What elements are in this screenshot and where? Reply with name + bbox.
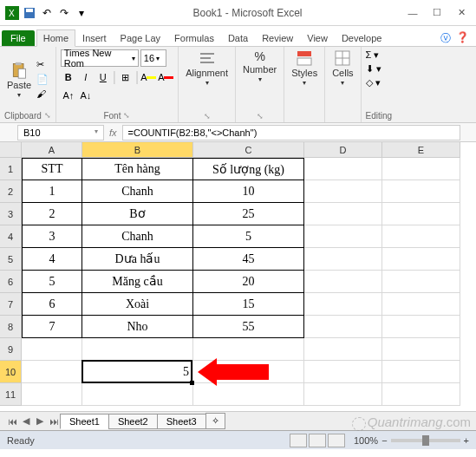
border-button[interactable]: ⊞: [118, 69, 134, 85]
tab-home[interactable]: Home: [36, 29, 75, 47]
cell[interactable]: [22, 383, 82, 406]
row-header[interactable]: 8: [0, 316, 22, 338]
redo-icon[interactable]: ↷: [57, 6, 71, 20]
cell[interactable]: [304, 271, 382, 293]
cell[interactable]: [304, 203, 382, 225]
row-header[interactable]: 4: [0, 225, 22, 248]
zoom-slider[interactable]: [391, 439, 460, 442]
cell[interactable]: 2: [22, 203, 82, 225]
cell[interactable]: 7: [22, 316, 82, 338]
close-button[interactable]: ✕: [450, 4, 473, 22]
cell[interactable]: 4: [22, 248, 82, 271]
cell[interactable]: 10: [193, 180, 304, 203]
cell[interactable]: Nho: [82, 316, 193, 338]
alignment-button[interactable]: Alignment▾: [183, 49, 231, 87]
row-header[interactable]: 10: [0, 361, 22, 383]
cell[interactable]: [304, 383, 382, 406]
new-sheet-button[interactable]: ✧: [205, 413, 225, 429]
row-header[interactable]: 6: [0, 271, 22, 293]
help-icon[interactable]: ❓: [456, 31, 469, 46]
col-header-b[interactable]: B: [82, 142, 193, 158]
fill-color-button[interactable]: A: [140, 69, 156, 85]
save-icon[interactable]: [23, 6, 36, 20]
paste-button[interactable]: Paste ▾: [4, 62, 34, 99]
cell[interactable]: [304, 338, 382, 361]
name-box[interactable]: B10▾: [17, 125, 104, 140]
cell[interactable]: 25: [193, 203, 304, 225]
cell[interactable]: 45: [193, 248, 304, 271]
cell[interactable]: [82, 383, 193, 406]
cell[interactable]: [382, 271, 460, 293]
cell[interactable]: 5: [193, 225, 304, 248]
cell[interactable]: Xoài: [82, 293, 193, 316]
page-break-view-button[interactable]: [328, 434, 345, 447]
cell[interactable]: 3: [22, 225, 82, 248]
row-header[interactable]: 1: [0, 158, 22, 180]
worksheet[interactable]: A B C D E 1 2 3 4 5 6 7 8 9 10 11 STTTên…: [0, 142, 476, 411]
launcher-icon[interactable]: ⤡: [257, 112, 264, 121]
sheet-tab-1[interactable]: Sheet1: [60, 414, 109, 429]
cell[interactable]: [382, 248, 460, 271]
cell[interactable]: [304, 361, 382, 383]
clear-button[interactable]: ◇ ▾: [366, 77, 381, 88]
cell[interactable]: [304, 180, 382, 203]
increase-font-icon[interactable]: A↑: [61, 88, 76, 103]
cell[interactable]: [304, 158, 382, 180]
cell[interactable]: 15: [193, 293, 304, 316]
undo-icon[interactable]: ↶: [40, 6, 54, 20]
cell[interactable]: [304, 293, 382, 316]
row-header[interactable]: 5: [0, 248, 22, 271]
select-all-corner[interactable]: [0, 142, 22, 158]
cell[interactable]: [304, 316, 382, 338]
underline-button[interactable]: U: [95, 69, 111, 85]
cell[interactable]: [382, 361, 460, 383]
formula-bar[interactable]: =COUNTIF(B2:B8,"<>Chanh"): [122, 125, 460, 140]
cell[interactable]: 1: [22, 180, 82, 203]
cell[interactable]: [22, 361, 82, 383]
tab-view[interactable]: View: [300, 29, 335, 46]
cell-b10[interactable]: 5: [82, 361, 193, 383]
cut-icon[interactable]: ✂: [36, 59, 50, 71]
zoom-in-button[interactable]: +: [464, 435, 469, 446]
cell[interactable]: [82, 338, 193, 361]
row-header[interactable]: 9: [0, 338, 22, 361]
fill-button[interactable]: ⬇ ▾: [366, 63, 381, 75]
col-header-e[interactable]: E: [382, 142, 460, 158]
cell[interactable]: STT: [22, 158, 82, 180]
row-header[interactable]: 3: [0, 203, 22, 225]
font-name-select[interactable]: Times New Rom ▾: [61, 49, 139, 67]
minimize-button[interactable]: —: [401, 4, 424, 22]
number-button[interactable]: % Number▾: [240, 49, 279, 83]
cell[interactable]: Tên hàng: [82, 158, 193, 180]
zoom-out-button[interactable]: −: [381, 435, 387, 446]
fill-handle[interactable]: [190, 381, 194, 385]
cell[interactable]: [382, 316, 460, 338]
cell[interactable]: [22, 338, 82, 361]
cell[interactable]: [382, 158, 460, 180]
first-sheet-icon[interactable]: ⏮: [5, 415, 19, 428]
maximize-button[interactable]: ☐: [426, 4, 448, 22]
cell[interactable]: 5: [22, 271, 82, 293]
cell[interactable]: 55: [193, 316, 304, 338]
cells-button[interactable]: Cells▾: [329, 49, 355, 87]
font-size-select[interactable]: 16 ▾: [140, 49, 166, 67]
page-layout-view-button[interactable]: [309, 434, 326, 447]
tab-data[interactable]: Data: [221, 29, 255, 46]
sheet-tab-3[interactable]: Sheet3: [157, 414, 206, 429]
italic-button[interactable]: I: [78, 69, 94, 85]
col-header-d[interactable]: D: [304, 142, 382, 158]
row-header[interactable]: 7: [0, 293, 22, 316]
cell[interactable]: Măng cầu: [82, 271, 193, 293]
cell[interactable]: [382, 383, 460, 406]
tab-file[interactable]: File: [2, 30, 35, 46]
cell[interactable]: [193, 383, 304, 406]
font-color-button[interactable]: A: [158, 69, 173, 85]
normal-view-button[interactable]: [290, 434, 307, 447]
tab-insert[interactable]: Insert: [75, 29, 114, 46]
qat-dropdown-icon[interactable]: ▾: [75, 6, 88, 20]
cell[interactable]: 6: [22, 293, 82, 316]
cell[interactable]: Số lượng (kg): [193, 158, 304, 180]
tab-review[interactable]: Review: [255, 29, 300, 46]
minimize-ribbon-icon[interactable]: ⓥ: [440, 31, 451, 46]
zoom-level[interactable]: 100%: [354, 435, 378, 446]
